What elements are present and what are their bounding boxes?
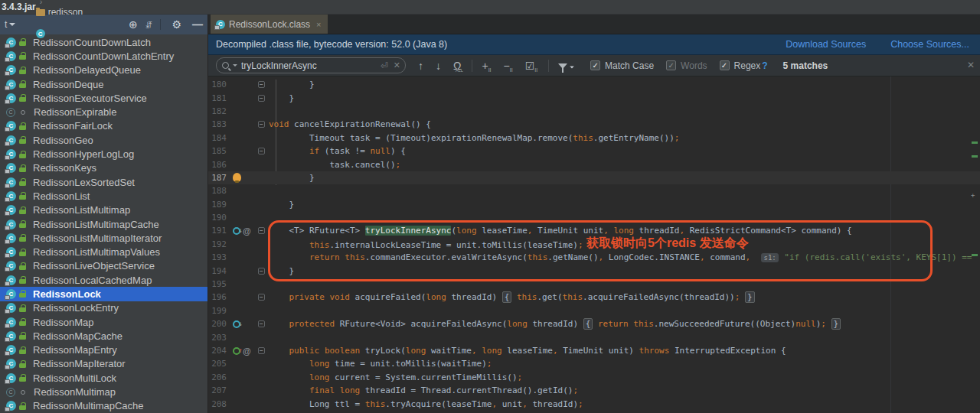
sidebar-item-redissoncountdownlatch[interactable]: CRedissonCountDownLatch	[0, 35, 207, 49]
sidebar-item-redissonliveobjectservice[interactable]: CRedissonLiveObjectService	[0, 259, 207, 273]
overridden-method-icon[interactable]	[233, 320, 240, 328]
sidebar-item-redissonmapiterator[interactable]: CRedissonMapIterator	[0, 357, 207, 371]
overriding-method-icon[interactable]	[233, 347, 240, 355]
line-number: 194	[208, 266, 228, 276]
stripe-match-mark[interactable]	[972, 254, 978, 256]
fold-marker-icon[interactable]	[258, 148, 265, 154]
close-icon[interactable]: ×	[316, 20, 321, 29]
fold-marker-icon[interactable]	[258, 268, 265, 275]
find-all-icon[interactable]: ΩALL	[453, 60, 461, 71]
line-number: 205	[208, 359, 228, 369]
sidebar-item-redissondeque[interactable]: CRedissonDeque	[0, 77, 207, 91]
code-line-203: 203	[208, 330, 980, 343]
sidebar-item-redissonlistmultimapiterator[interactable]: CRedissonListMultimapIterator	[0, 231, 207, 245]
sidebar-item-label: RedissonCountDownLatch	[33, 37, 151, 48]
add-selection-icon[interactable]: +II	[482, 60, 491, 71]
regex-checkbox[interactable]: ✓ Regex	[720, 60, 761, 71]
sidebar-item-redissonmapcache[interactable]: CRedissonMapCache	[0, 329, 207, 343]
code-line-184: 184 Timeout task = (Timeout)expirationRe…	[208, 132, 980, 145]
search-input[interactable]: tryLockInnerAsync ⏎ ✕	[216, 57, 406, 73]
line-number: 186	[208, 160, 228, 170]
view-selector[interactable]: t	[5, 19, 15, 30]
sidebar-item-redissonkeys[interactable]: CRedissonKeys	[0, 161, 207, 175]
class-icon: C	[6, 331, 16, 341]
fold-marker-icon[interactable]	[258, 81, 265, 88]
code-lines: 180 }181 }182183void cancelExpirationRen…	[208, 78, 980, 411]
sidebar-item-redissonfairlock[interactable]: CRedissonFairLock	[0, 119, 207, 133]
remove-selection-icon[interactable]: −II	[504, 60, 513, 71]
sidebar-item-redissonlist[interactable]: CRedissonList	[0, 189, 207, 203]
sidebar-item-redissondelayedqueue[interactable]: CRedissonDelayedQueue	[0, 63, 207, 77]
intention-bulb-icon[interactable]	[233, 173, 241, 182]
line-number: 187	[208, 173, 228, 183]
sidebar-item-redissonmap[interactable]: CRedissonMap	[0, 315, 207, 329]
fold-marker-icon[interactable]	[258, 320, 265, 327]
search-query[interactable]: tryLockInnerAsync	[241, 60, 377, 71]
banner-message: Decompiled .class file, bytecode version…	[216, 39, 447, 50]
filter-icon[interactable]	[558, 60, 575, 71]
settings-gear-icon[interactable]: ⚙	[172, 19, 181, 30]
chevron-down-icon	[9, 23, 15, 26]
clear-icon[interactable]: ✕	[394, 60, 400, 70]
sidebar-item-redissonmapentry[interactable]: CRedissonMapEntry	[0, 343, 207, 357]
sidebar-item-redissonlistmultimapvalues[interactable]: CRedissonListMultimapValues	[0, 245, 207, 259]
sidebar-item-redissonexpirable[interactable]: CRedissonExpirable	[0, 105, 207, 119]
fold-marker-icon[interactable]	[258, 121, 265, 128]
overridden-method-icon[interactable]	[233, 227, 240, 235]
sidebar-item-redissonlexsortedset[interactable]: CRedissonLexSortedSet	[0, 175, 207, 189]
lock-icon	[19, 374, 26, 382]
sidebar-item-redissonlockentry[interactable]: CRedissonLockEntry	[0, 301, 207, 315]
sidebar-item-redissonexecutorservice[interactable]: CRedissonExecutorService	[0, 91, 207, 105]
stripe-caret-mark[interactable]: +	[971, 193, 977, 197]
close-icon[interactable]: ✕	[967, 60, 975, 70]
sidebar-item-redissonlock[interactable]: CRedissonLock	[0, 287, 207, 301]
stripe-match-mark[interactable]	[972, 141, 978, 144]
sidebar-item-redissoncountdownlatchentry[interactable]: CRedissonCountDownLatchEntry	[0, 49, 207, 63]
line-number: 191	[208, 226, 228, 236]
class-icon: C	[6, 247, 16, 257]
sidebar-item-redissonlistmultimap[interactable]: CRedissonListMultimap	[0, 203, 207, 217]
fold-marker-icon[interactable]	[258, 294, 265, 301]
prev-occurrence-icon[interactable]: ↑	[418, 60, 423, 71]
breadcrumb-jar[interactable]: 3.4.3.jar	[2, 2, 36, 12]
sidebar-item-redissonlocalcachedmap[interactable]: CRedissonLocalCachedMap	[0, 273, 207, 287]
sidebar-item-redissonmultimapcache[interactable]: CRedissonMultimapCache	[0, 399, 207, 413]
stripe-match-mark[interactable]	[972, 155, 978, 158]
checkbox-checked-icon: ✓	[590, 60, 600, 70]
search-history-chevron-icon[interactable]	[233, 64, 237, 67]
divider	[160, 19, 161, 30]
fold-marker-icon[interactable]	[258, 347, 265, 354]
sidebar-item-redissonhyperloglog[interactable]: CRedissonHyperLogLog	[0, 147, 207, 161]
sidebar-item-label: RedissonListMultimapCache	[33, 219, 159, 230]
code-line-195: 195	[208, 278, 980, 291]
match-case-checkbox[interactable]: ✓ Match Case	[590, 60, 654, 71]
sidebar-item-redissonmultilock[interactable]: CRedissonMultiLock	[0, 371, 207, 385]
code-editor[interactable]: 180 }181 }182183void cancelExpirationRen…	[208, 76, 980, 413]
download-sources-link[interactable]: Download Sources	[786, 39, 866, 50]
select-all-occurrences-icon[interactable]: ☑II	[525, 60, 537, 71]
divider	[548, 60, 549, 72]
collapse-all-icon[interactable]: ⤒⤓	[149, 21, 150, 29]
class-icon: C	[6, 233, 16, 243]
sidebar-item-redissonmultimap[interactable]: CRedissonMultimap	[0, 385, 207, 398]
sidebar-item-redissonlistmultimapcache[interactable]: CRedissonListMultimapCache	[0, 217, 207, 231]
tab-redissonlock-class[interactable]: C RedissonLock.class ×	[211, 15, 328, 34]
annotation-at-icon: @	[243, 346, 251, 356]
error-stripe[interactable]: +	[969, 76, 980, 413]
regex-help-icon[interactable]: ?	[762, 60, 767, 71]
words-checkbox[interactable]: ✓ Words	[666, 60, 707, 71]
locate-icon[interactable]: ⊕	[129, 19, 138, 30]
next-occurrence-icon[interactable]: ↓	[436, 60, 441, 71]
tool-window-header: t ⊕ ⤒⤓ ⚙ —	[0, 15, 207, 34]
code-line-188: 188	[208, 184, 980, 197]
code-line-185: 185 if (task != null) {	[208, 145, 980, 158]
choose-sources-link[interactable]: Choose Sources...	[890, 39, 969, 50]
class-icon: C	[6, 163, 16, 173]
sidebar-item-label: RedissonExpirable	[34, 106, 116, 118]
sidebar-item-redissongeo[interactable]: CRedissonGeo	[0, 133, 207, 147]
hide-icon[interactable]: —	[192, 19, 203, 30]
fold-marker-icon[interactable]	[258, 227, 265, 234]
fold-marker-icon[interactable]	[258, 95, 265, 102]
project-tree[interactable]: CRedissonCountDownLatchCRedissonCountDow…	[0, 34, 207, 413]
class-icon: C	[216, 20, 225, 29]
